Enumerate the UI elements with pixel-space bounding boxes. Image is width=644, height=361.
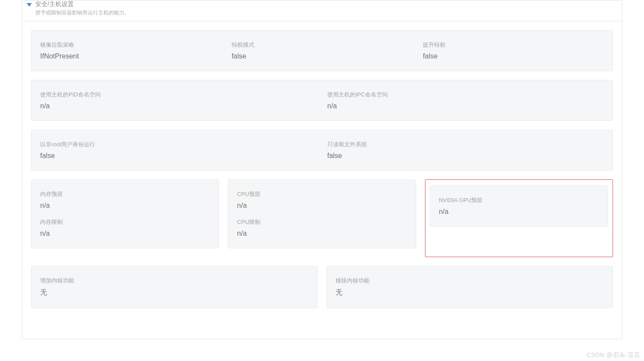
field-mem-reserve: 内存预留 n/a (40, 190, 210, 210)
field-image-pull-policy: 镜像拉取策略 IfNotPresent (40, 41, 221, 60)
field-cap-add: 增加内核功能 无 (40, 277, 308, 297)
value-image-pull-policy: IfNotPresent (40, 52, 221, 60)
section-subtitle: 授予或限制容器影响所运行主机的能力。 (35, 9, 130, 17)
card-root-fs: 以非root用户身份运行 false 只读根文件系统 false (31, 130, 613, 171)
value-privileged: false (232, 52, 413, 60)
card-cpu: CPU预留 n/a CPU限制 n/a (228, 179, 416, 248)
gpu-highlight-box: NVIDIA GPU预留 n/a (425, 179, 613, 257)
collapse-down-icon[interactable] (27, 3, 32, 7)
label-cap-add: 增加内核功能 (40, 277, 308, 285)
label-mem-reserve: 内存预留 (40, 190, 210, 198)
card-capabilities-drop: 移除内核功能 无 (326, 266, 613, 308)
label-allow-privilege-escalation: 提升特权 (423, 41, 604, 49)
section-title: 安全/主机设置 (35, 0, 130, 8)
label-cap-drop: 移除内核功能 (336, 277, 604, 285)
value-host-pid: n/a (40, 102, 317, 110)
label-privileged: 特权模式 (232, 41, 413, 49)
card-memory: 内存预留 n/a 内存限制 n/a (31, 179, 219, 248)
field-mem-limit: 内存限制 n/a (40, 218, 210, 237)
value-readonly-root: false (327, 152, 604, 160)
label-host-ipc: 使用主机的IPC命名空间 (327, 91, 604, 99)
label-readonly-root: 只读根文件系统 (327, 141, 604, 148)
field-gpu-reserve: NVIDIA GPU预留 n/a (439, 196, 599, 216)
value-cpu-reserve: n/a (237, 202, 407, 210)
section-header[interactable]: 安全/主机设置 授予或限制容器影响所运行主机的能力。 (22, 0, 622, 21)
card-capabilities-add: 增加内核功能 无 (31, 266, 318, 308)
field-host-pid: 使用主机的PID命名空间 n/a (40, 91, 317, 110)
field-cpu-reserve: CPU预留 n/a (237, 190, 407, 210)
value-cap-add: 无 (40, 288, 308, 297)
field-allow-privilege-escalation: 提升特权 false (423, 41, 604, 60)
value-cpu-limit: n/a (237, 230, 407, 237)
field-cap-drop: 移除内核功能 无 (336, 277, 604, 297)
label-host-pid: 使用主机的PID命名空间 (40, 91, 317, 99)
card-host-namespaces: 使用主机的PID命名空间 n/a 使用主机的IPC命名空间 n/a (31, 80, 613, 121)
field-run-as-non-root: 以非root用户身份运行 false (40, 141, 317, 160)
value-host-ipc: n/a (327, 102, 604, 110)
value-mem-reserve: n/a (40, 202, 210, 210)
label-cpu-limit: CPU限制 (237, 218, 407, 226)
label-image-pull-policy: 镜像拉取策略 (40, 41, 221, 49)
security-host-settings-panel: 安全/主机设置 授予或限制容器影响所运行主机的能力。 镜像拉取策略 IfNotP… (22, 0, 622, 339)
value-gpu-reserve: n/a (439, 208, 599, 216)
field-cpu-limit: CPU限制 n/a (237, 218, 407, 237)
value-cap-drop: 无 (336, 288, 604, 297)
value-run-as-non-root: false (40, 152, 317, 160)
card-gpu: NVIDIA GPU预留 n/a (430, 186, 608, 227)
field-host-ipc: 使用主机的IPC命名空间 n/a (327, 91, 604, 110)
label-cpu-reserve: CPU预留 (237, 190, 407, 198)
value-allow-privilege-escalation: false (423, 52, 604, 60)
label-mem-limit: 内存限制 (40, 218, 210, 226)
field-readonly-root: 只读根文件系统 false (327, 141, 604, 160)
field-privileged: 特权模式 false (232, 41, 413, 60)
card-image-privilege: 镜像拉取策略 IfNotPresent 特权模式 false 提升特权 fals… (31, 30, 613, 71)
label-run-as-non-root: 以非root用户身份运行 (40, 141, 317, 148)
value-mem-limit: n/a (40, 230, 210, 237)
label-gpu-reserve: NVIDIA GPU预留 (439, 196, 599, 204)
